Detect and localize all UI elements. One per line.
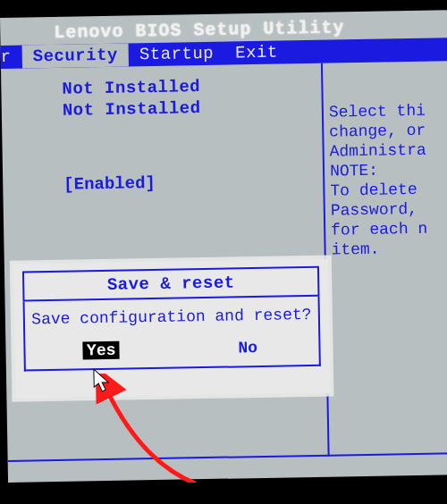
dialog-body: Save configuration and reset? Yes No [23, 297, 321, 372]
status-line-2: Not Installed [18, 96, 306, 122]
dialog-title: Save & reset [22, 266, 320, 302]
help-line: Administra [329, 139, 443, 161]
menu-tab-partial[interactable]: r [1, 46, 22, 69]
dialog-buttons: Yes No [25, 338, 318, 361]
help-panel: Select thi change, or Administra NOTE: T… [323, 61, 447, 456]
no-button[interactable]: No [234, 339, 261, 357]
save-reset-dialog: Save & reset Save configuration and rese… [13, 259, 331, 399]
help-line: NOTE: [330, 159, 444, 181]
help-line: Select thi [329, 100, 443, 122]
menu-tab-startup[interactable]: Startup [129, 42, 225, 67]
enabled-value[interactable]: [Enabled] [19, 171, 307, 196]
dialog-message: Save configuration and reset? [25, 306, 318, 329]
yes-button[interactable]: Yes [83, 341, 120, 360]
help-line: Password, [331, 198, 445, 220]
menu-tab-security[interactable]: Security [21, 43, 129, 68]
help-line: To delete [330, 179, 444, 200]
help-line: for each n [331, 218, 445, 239]
bios-screen: Lenovo BIOS Setup Utility r Security Sta… [0, 10, 447, 483]
menu-tab-exit[interactable]: Exit [224, 40, 289, 64]
mouse-cursor-icon [93, 369, 113, 394]
bezel [0, 483, 447, 504]
help-line: item. [331, 238, 445, 259]
help-line: change, or [329, 120, 443, 141]
